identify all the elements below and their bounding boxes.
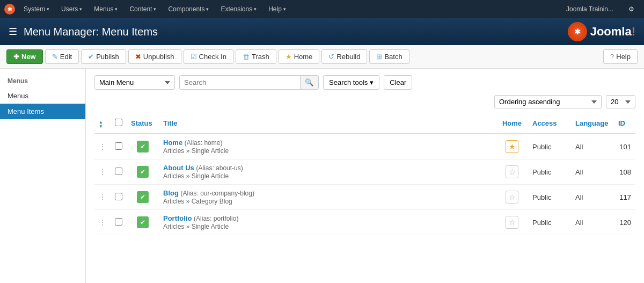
new-button[interactable]: ✚ New (6, 49, 43, 64)
table-row: ⋮ ✔ Portfolio (Alias: portfolio) Article… (94, 210, 635, 235)
sort-arrows[interactable]: ▲ ▼ (99, 120, 103, 129)
language-cell: All (571, 210, 614, 235)
table-body: ⋮ ✔ Home (Alias: home) Articles » Single… (94, 134, 635, 235)
home-label: Home (294, 53, 313, 61)
th-status[interactable]: Status (127, 113, 159, 134)
item-type: Articles » Category Blog (163, 198, 232, 205)
sidebar-toggle[interactable]: ☰ (9, 26, 17, 38)
access-value: Public (532, 168, 551, 176)
status-badge[interactable]: ✔ (137, 216, 149, 228)
item-alias: (Alias: our-company-blog) (181, 190, 254, 197)
joomla-brand-text: Joomla! (590, 25, 635, 39)
th-title[interactable]: Title (159, 113, 496, 134)
status-badge[interactable]: ✔ (137, 191, 149, 203)
drag-handle[interactable]: ⋮ (99, 142, 106, 151)
help-button[interactable]: ? Help (603, 49, 638, 64)
drag-handle[interactable]: ⋮ (99, 193, 106, 201)
home-button[interactable]: ★ Home (279, 49, 320, 64)
unpublish-button[interactable]: ✖ Unpublish (128, 49, 181, 64)
top-nav-left: ✱ System ▾ Users ▾ Menus ▾ Content ▾ Com… (4, 3, 291, 15)
title-cell: Blog (Alias: our-company-blog) Articles … (159, 185, 496, 210)
sidebar-item-menus[interactable]: Menus (0, 88, 85, 104)
sidebar-item-menu-items[interactable]: Menu Items (0, 104, 85, 119)
th-home[interactable]: Home (496, 113, 528, 134)
id-cell: 117 (614, 185, 635, 210)
drag-cell: ⋮ (94, 134, 111, 159)
drag-cell: ⋮ (94, 210, 111, 235)
status-badge[interactable]: ✔ (137, 166, 149, 178)
title-cell: Portfolio (Alias: portfolio) Articles » … (159, 210, 496, 235)
language-value: All (575, 143, 583, 151)
search-tools-caret: ▾ (370, 78, 374, 86)
home-star-empty[interactable]: ☆ (506, 165, 518, 178)
item-alias: (Alias: home) (185, 139, 223, 147)
table-row: ⋮ ✔ Blog (Alias: our-company-blog) Artic… (94, 185, 635, 210)
drag-handle[interactable]: ⋮ (99, 218, 106, 227)
menus-caret: ▾ (115, 6, 118, 12)
help-icon: ? (610, 53, 614, 61)
batch-button[interactable]: ⊞ Batch (369, 49, 409, 64)
nav-users[interactable]: Users ▾ (56, 3, 87, 15)
status-cell: ✔ (127, 210, 159, 235)
publish-button[interactable]: ✔ Publish (81, 49, 126, 64)
row-checkbox[interactable] (115, 193, 122, 200)
home-star-empty[interactable]: ☆ (506, 191, 518, 204)
filter-row-2: Ordering ascending Ordering descending T… (94, 95, 635, 108)
row-checkbox[interactable] (115, 168, 122, 175)
check-cell (111, 185, 127, 210)
th-id[interactable]: ID (614, 113, 635, 134)
status-badge[interactable]: ✔ (137, 141, 149, 153)
table-header-row: ▲ ▼ Status Title Home (94, 113, 635, 134)
checkin-button[interactable]: ☑ Check In (184, 49, 233, 64)
new-label: New (21, 53, 36, 61)
home-cell: ☆ (496, 185, 528, 210)
nav-menus[interactable]: Menus ▾ (89, 3, 123, 15)
top-nav-settings[interactable]: ⚙ (623, 3, 640, 15)
check-cell (111, 210, 127, 235)
edit-button[interactable]: ✎ Edit (45, 49, 79, 64)
item-title-link[interactable]: About Us (Alias: about-us) (163, 164, 243, 172)
rebuild-icon: ↺ (328, 53, 334, 61)
rebuild-button[interactable]: ↺ Rebuild (321, 49, 367, 64)
item-alias: (Alias: about-us) (196, 164, 243, 172)
nav-content[interactable]: Content ▾ (124, 3, 162, 15)
language-value: All (575, 219, 583, 227)
header-bar: ☰ Menu Manager: Menu Items ✱ Joomla! (0, 18, 644, 45)
search-input[interactable] (180, 76, 300, 89)
th-check (111, 113, 127, 134)
item-title-link[interactable]: Portfolio (Alias: portfolio) (163, 214, 238, 222)
batch-label: Batch (384, 53, 402, 61)
main-content: Main Menu About Menu Footer Menu 🔍 Searc… (86, 69, 644, 283)
page-title: Menu Manager: Menu Items (24, 26, 158, 38)
row-checkbox[interactable] (115, 218, 122, 226)
item-title-link[interactable]: Blog (Alias: our-company-blog) (163, 189, 254, 197)
th-access[interactable]: Access (528, 113, 571, 134)
clear-button[interactable]: Clear (384, 75, 412, 90)
home-star-filled[interactable]: ★ (506, 140, 518, 153)
nav-components[interactable]: Components ▾ (163, 3, 214, 15)
ordering-select[interactable]: Ordering ascending Ordering descending T… (494, 95, 602, 108)
access-value: Public (532, 219, 551, 227)
help-label: Help (616, 53, 631, 61)
home-star-empty[interactable]: ☆ (506, 216, 518, 229)
drag-handle[interactable]: ⋮ (99, 168, 106, 176)
nav-help[interactable]: Help ▾ (263, 3, 291, 15)
search-button[interactable]: 🔍 (300, 76, 318, 89)
select-all-checkbox[interactable] (115, 119, 122, 126)
item-title-link[interactable]: Home (Alias: home) (163, 139, 222, 147)
language-cell: All (571, 159, 614, 185)
nav-system[interactable]: System ▾ (18, 3, 55, 15)
access-cell: Public (528, 185, 571, 210)
menu-select[interactable]: Main Menu About Menu Footer Menu (94, 75, 175, 90)
limit-select[interactable]: 5 10 15 20 25 50 100 (606, 95, 635, 108)
trash-button[interactable]: 🗑 Trash (236, 49, 276, 64)
table-row: ⋮ ✔ Home (Alias: home) Articles » Single… (94, 134, 635, 159)
th-language[interactable]: Language (571, 113, 614, 134)
title-cell: Home (Alias: home) Articles » Single Art… (159, 134, 496, 159)
top-nav-user[interactable]: Joomla Trainin... (561, 3, 619, 15)
search-tools-button[interactable]: Search tools ▾ (323, 75, 379, 90)
row-checkbox[interactable] (115, 142, 122, 150)
home-cell: ★ (496, 134, 528, 159)
nav-extensions[interactable]: Extensions ▾ (215, 3, 262, 15)
publish-icon: ✔ (88, 53, 94, 61)
